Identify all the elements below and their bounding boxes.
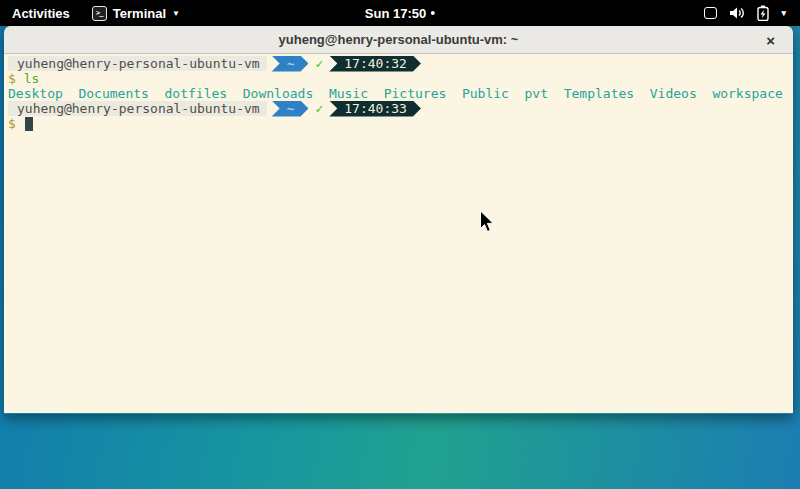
directory-entry: Templates — [564, 86, 634, 101]
prompt-status-check-icon: ✓ — [315, 56, 323, 71]
prompt-dollar: $ — [8, 71, 24, 86]
prompt-user-segment: yuheng@henry-personal-ubuntu-vm — [8, 56, 267, 71]
prompt-dir-segment: ~ — [272, 101, 309, 117]
close-button[interactable]: × — [762, 30, 779, 49]
terminal-content[interactable]: yuheng@henry-personal-ubuntu-vm ~ ✓ 17:4… — [4, 54, 793, 413]
command-line: $ ls — [4, 71, 793, 86]
battery-charging-icon — [757, 5, 769, 21]
directory-entry: Pictures — [384, 86, 447, 101]
display-icon — [704, 7, 717, 19]
prompt-time-segment: 17:40:32 — [329, 56, 421, 72]
prompt-line-1: yuheng@henry-personal-ubuntu-vm ~ ✓ 17:4… — [4, 56, 793, 71]
prompt-status-check-icon: ✓ — [315, 101, 323, 116]
directory-entry: Videos — [650, 86, 697, 101]
prompt-line-2: yuheng@henry-personal-ubuntu-vm ~ ✓ 17:4… — [4, 101, 793, 116]
directory-entry: dotfiles — [165, 86, 228, 101]
clock-label: Sun 17:50 — [365, 6, 426, 21]
system-status-menu[interactable]: ▾ — [690, 0, 800, 26]
app-menu-terminal[interactable]: >_ Terminal ▼ — [82, 0, 190, 26]
window-title: yuheng@henry-personal-ubuntu-vm: ~ — [279, 32, 519, 47]
directory-entry: Music — [329, 86, 368, 101]
activities-button[interactable]: Activities — [0, 0, 82, 26]
volume-icon — [729, 6, 745, 20]
directory-entry: Desktop — [8, 86, 63, 101]
directory-entry: pvt — [525, 86, 548, 101]
top-bar-left: Activities >_ Terminal ▼ — [0, 0, 190, 26]
text-cursor — [25, 117, 33, 131]
notification-dot-icon — [431, 11, 435, 15]
directory-entry: Public — [462, 86, 509, 101]
chevron-down-icon: ▼ — [172, 9, 180, 18]
app-menu-label: Terminal — [113, 6, 166, 21]
prompt-dollar: $ — [8, 116, 24, 131]
window-titlebar[interactable]: yuheng@henry-personal-ubuntu-vm: ~ × — [4, 26, 793, 54]
input-line[interactable]: $ — [4, 116, 793, 131]
terminal-window: yuheng@henry-personal-ubuntu-vm: ~ × yuh… — [4, 26, 793, 414]
prompt-time-segment: 17:40:33 — [329, 101, 421, 117]
ls-output-line: DesktopDocumentsdotfilesDownloadsMusicPi… — [4, 86, 793, 101]
directory-entry: Downloads — [243, 86, 313, 101]
prompt-user-segment: yuheng@henry-personal-ubuntu-vm — [8, 101, 267, 116]
terminal-icon: >_ — [92, 6, 107, 21]
prompt-dir-segment: ~ — [272, 56, 309, 72]
top-bar: Activities >_ Terminal ▼ Sun 17:50 ▾ — [0, 0, 800, 26]
clock-menu[interactable]: Sun 17:50 — [365, 0, 435, 26]
directory-entry: Documents — [78, 86, 148, 101]
directory-entry: workspace — [712, 86, 782, 101]
command-text: ls — [24, 71, 40, 86]
chevron-down-icon: ▾ — [781, 8, 786, 18]
